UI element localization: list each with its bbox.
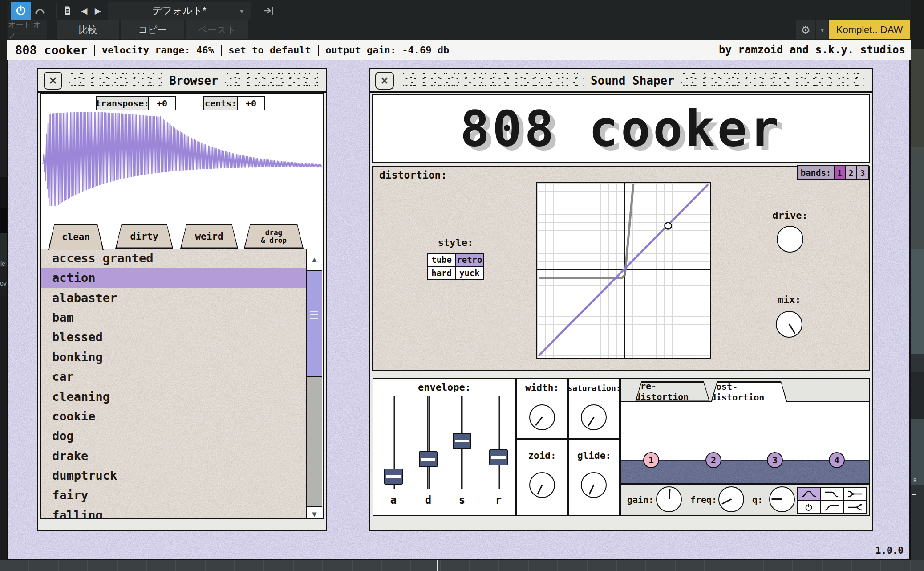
set-to-default-button[interactable]: set to default (228, 45, 311, 56)
list-item[interactable]: access granted (41, 249, 307, 268)
eq-tab-pre-label: pre-distortion (635, 381, 710, 402)
filter-power-button[interactable] (798, 501, 820, 513)
attack-slider-handle[interactable] (384, 469, 403, 485)
scrollbar-track[interactable] (307, 377, 322, 506)
decay-slider-handle[interactable] (419, 451, 438, 467)
browser-close-button[interactable] (44, 72, 62, 90)
daw-right-seg (911, 372, 924, 419)
saturation-knob-pointer (588, 417, 594, 427)
glide-knob[interactable] (581, 472, 607, 498)
eq-band-marker-1[interactable]: 1 (643, 452, 659, 468)
eq-tab-post-distortion[interactable]: post-distortion (711, 381, 787, 402)
preset-selector[interactable]: デフォルト* ▼ (108, 2, 251, 20)
filter-lowpass-shelf-button[interactable] (821, 488, 843, 500)
list-item[interactable]: dog (41, 426, 307, 446)
list-item[interactable]: car (41, 367, 307, 387)
power-button[interactable] (11, 2, 31, 20)
saturation-knob[interactable] (581, 404, 607, 430)
list-item[interactable]: cleaning (41, 387, 307, 407)
prev-preset-button[interactable]: ◀ (77, 2, 91, 20)
gain-knob[interactable] (656, 486, 682, 512)
bypass-curve-icon (34, 5, 46, 16)
list-item[interactable]: cookie (41, 407, 307, 426)
next-preset-button[interactable]: ▶ (91, 2, 105, 20)
band-split-right-icon (847, 503, 863, 511)
filter-notch-left-button[interactable] (844, 488, 866, 500)
filter-highpass-shelf-button[interactable] (821, 501, 843, 513)
eq-band-marker-3[interactable]: 3 (767, 452, 783, 468)
bypass-button[interactable] (32, 2, 49, 20)
output-gain-control[interactable]: output gain: -4.69 db (325, 45, 449, 56)
titlebar-texture (69, 73, 162, 88)
band-2-button[interactable]: 2 (845, 165, 857, 180)
tab-drag-drop[interactable]: drag & drop (244, 224, 304, 249)
list-item[interactable]: falling (41, 506, 307, 519)
eq-band-marker-2[interactable]: 2 (705, 452, 721, 468)
daw-mode-button[interactable]: Komplet.. DAW (829, 20, 910, 39)
eq-band-marker-4[interactable]: 4 (829, 452, 845, 468)
list-scrollbar[interactable]: ▲ ▼ (306, 249, 322, 519)
sustain-slider-handle[interactable] (453, 433, 471, 449)
list-item[interactable]: alabaster (41, 288, 307, 308)
decay-label: d (419, 493, 438, 508)
file-icon (62, 5, 73, 16)
list-item[interactable]: bonking (41, 347, 307, 367)
list-item[interactable]: fairy (41, 485, 307, 505)
transpose-value[interactable]: +0 (148, 96, 176, 110)
zoid-knob[interactable] (529, 472, 555, 498)
style-retro-button[interactable]: retro (456, 254, 483, 266)
tab-clean-label: clean (48, 224, 104, 250)
daw-timeline-strip[interactable] (0, 560, 924, 571)
band-3-button[interactable]: 3 (856, 165, 869, 180)
eq-display-upper[interactable] (621, 402, 869, 460)
list-item[interactable]: dumptruck (41, 466, 307, 485)
scroll-down-button[interactable]: ▼ (307, 506, 322, 519)
mix-knob[interactable] (776, 311, 802, 338)
style-hard-button[interactable]: hard (428, 267, 455, 279)
daw-right-strip: 8 (911, 0, 924, 571)
automation-state-button[interactable]: オート:オフ (8, 20, 47, 39)
q-knob[interactable] (769, 486, 795, 512)
band-power-icon (804, 503, 814, 511)
style-yuck-button[interactable]: yuck (456, 267, 483, 279)
drive-knob[interactable] (777, 226, 803, 253)
release-slider-track[interactable] (498, 396, 500, 489)
release-slider-handle[interactable] (489, 449, 508, 465)
decay-slider-track[interactable] (427, 396, 430, 489)
scroll-up-button[interactable]: ▲ (307, 249, 322, 271)
curve-handle[interactable] (665, 223, 672, 229)
distortion-curve-display[interactable] (536, 182, 711, 359)
header-divider (221, 45, 222, 56)
settings-button[interactable]: ⚙ (796, 20, 815, 39)
sound-shaper-close-button[interactable] (375, 72, 394, 90)
list-item[interactable]: blessed (41, 327, 307, 347)
paste-button[interactable]: ペースト (186, 20, 248, 39)
filter-bell-button[interactable] (798, 488, 820, 500)
settings-caret-button[interactable]: ▼ (816, 20, 828, 39)
filter-notch-right-button[interactable] (844, 501, 866, 513)
tab-weird[interactable]: weird (180, 224, 238, 249)
freq-knob[interactable] (718, 486, 744, 512)
bell-filter-icon (801, 490, 816, 498)
paste-label: ペースト (198, 24, 236, 36)
width-knob[interactable] (529, 404, 555, 430)
browser-titlebar[interactable]: Browser (39, 70, 325, 91)
tab-clean[interactable]: clean (48, 224, 104, 250)
list-item-selected[interactable]: action (41, 268, 307, 288)
band-1-button[interactable]: 1 (834, 165, 846, 180)
freq-label: freq: (688, 494, 719, 506)
list-item[interactable]: drake (41, 446, 307, 466)
compare-button[interactable]: 比較 (57, 20, 119, 39)
jump-to-plugin-button[interactable] (256, 2, 281, 20)
tab-dirty[interactable]: dirty (115, 224, 173, 249)
style-tube-button[interactable]: tube (428, 254, 455, 266)
copy-button[interactable]: コピー (121, 20, 184, 39)
scrollbar-thumb[interactable] (307, 271, 322, 377)
sound-shaper-titlebar[interactable]: Sound Shaper (371, 70, 871, 91)
preset-file-button[interactable] (60, 2, 76, 20)
velocity-range-control[interactable]: velocity range: 46% (102, 45, 214, 56)
toolbar-divider (56, 3, 57, 19)
eq-tab-pre-distortion[interactable]: pre-distortion (635, 381, 710, 402)
list-item[interactable]: bam (41, 308, 307, 327)
cents-value[interactable]: +0 (237, 96, 265, 110)
